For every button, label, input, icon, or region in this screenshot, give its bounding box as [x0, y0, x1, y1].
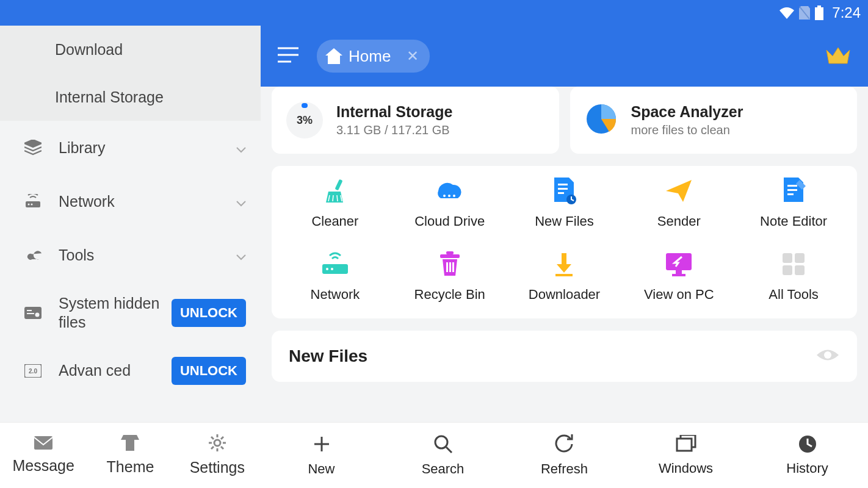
svg-rect-56: [783, 265, 792, 275]
svg-rect-55: [795, 253, 805, 263]
svg-rect-34: [558, 184, 568, 185]
tool-label: Network: [311, 287, 360, 303]
theme-icon: [121, 435, 139, 453]
tool-label: All Tools: [769, 287, 819, 303]
sidebar-item-download[interactable]: Download: [0, 26, 261, 73]
svg-rect-52: [676, 270, 682, 274]
svg-rect-2: [815, 7, 823, 20]
sender-icon: [665, 178, 693, 204]
svg-rect-48: [452, 262, 454, 272]
svg-rect-26: [335, 179, 342, 191]
windows-icon: [676, 435, 696, 456]
nav-label: Refresh: [541, 461, 588, 477]
card-title: Space Analyzer: [631, 103, 743, 121]
svg-point-42: [326, 268, 328, 270]
nav-new[interactable]: New: [261, 423, 382, 488]
svg-line-21: [211, 437, 214, 439]
plus-icon: [312, 434, 331, 456]
sidebar-bottom-message[interactable]: Message: [0, 423, 87, 488]
card-space-analyzer[interactable]: Space Analyzer more files to clean: [570, 87, 858, 154]
tool-label: Downloader: [529, 287, 600, 303]
network-icon: [21, 194, 45, 209]
svg-line-62: [446, 447, 452, 453]
nav-refresh[interactable]: Refresh: [504, 423, 625, 488]
sidebar-item-label: System hidden files: [59, 294, 172, 332]
eye-icon[interactable]: [816, 347, 840, 365]
premium-crown-icon[interactable]: [825, 45, 851, 67]
new-files-icon: [552, 178, 576, 204]
svg-rect-40: [787, 193, 794, 195]
section-new-files: New Files: [272, 331, 857, 382]
status-time: 7:24: [832, 4, 861, 21]
sidebar: Download Internal Storage Library Networ…: [0, 26, 261, 488]
unlock-button[interactable]: UNLOCK: [172, 299, 246, 327]
monitor-icon: [665, 251, 693, 277]
nav-label: New: [308, 461, 335, 477]
cloud-icon: [435, 178, 465, 204]
tool-note-editor[interactable]: Note Editor: [736, 178, 851, 229]
tab-home[interactable]: Home ✕: [317, 40, 430, 73]
tool-view-on-pc[interactable]: View on PC: [621, 251, 736, 303]
tool-cleaner[interactable]: Cleaner: [278, 178, 392, 229]
sidebar-item-tools[interactable]: Tools: [0, 228, 261, 282]
sidebar-bottom-label: Message: [12, 457, 74, 475]
svg-point-32: [448, 195, 450, 197]
download-icon: [553, 251, 575, 277]
svg-rect-1: [817, 5, 821, 7]
sidebar-item-network[interactable]: Network: [0, 174, 261, 228]
history-icon: [798, 435, 817, 456]
nav-search[interactable]: Search: [382, 423, 504, 488]
tool-new-files[interactable]: New Files: [507, 178, 622, 229]
svg-line-22: [221, 447, 223, 449]
card-subtitle: more files to clean: [631, 123, 743, 137]
nav-label: Search: [422, 461, 465, 477]
settings-icon: [209, 434, 226, 454]
wrench-icon: [21, 246, 45, 264]
sidebar-item-library[interactable]: Library: [0, 121, 261, 174]
card-internal-storage[interactable]: 3% Internal Storage 3.11 GB / 117.21 GB: [272, 87, 559, 154]
battery-icon: [815, 5, 823, 20]
advanced-icon: 2.0: [21, 364, 45, 378]
tool-cloud-drive[interactable]: Cloud Drive: [392, 178, 507, 229]
sidebar-item-internal-storage[interactable]: Internal Storage: [0, 73, 261, 121]
unlock-button[interactable]: UNLOCK: [172, 357, 246, 385]
svg-point-58: [824, 351, 831, 359]
tool-sender[interactable]: Sender: [621, 178, 736, 229]
sidebar-item-label: Internal Storage: [55, 88, 246, 106]
tool-network[interactable]: Network: [278, 251, 392, 303]
svg-rect-39: [787, 189, 797, 191]
sidebar-item-label: Download: [55, 41, 246, 59]
nav-windows[interactable]: Windows: [625, 423, 747, 488]
tool-label: Recycle Bin: [414, 287, 485, 303]
storage-usage-gauge: 3%: [286, 102, 323, 138]
nav-history[interactable]: History: [747, 423, 868, 488]
pie-chart-icon: [585, 102, 618, 138]
sidebar-bottom-settings[interactable]: Settings: [174, 423, 261, 488]
svg-rect-45: [440, 254, 460, 258]
tool-label: Sender: [657, 214, 701, 229]
tool-all-tools[interactable]: All Tools: [736, 251, 851, 303]
svg-rect-35: [558, 188, 568, 190]
tool-downloader[interactable]: Downloader: [507, 251, 622, 303]
sidebar-bottom-label: Theme: [107, 458, 154, 476]
sidebar-item-advanced[interactable]: 2.0 Advan ced UNLOCK: [0, 345, 261, 385]
header-bar: Home ✕: [261, 26, 868, 87]
svg-rect-64: [677, 439, 692, 451]
note-editor-icon: [781, 178, 806, 204]
router-icon: [320, 251, 350, 277]
sidebar-item-system-hidden-files[interactable]: System hidden files UNLOCK: [0, 282, 261, 345]
svg-point-16: [214, 440, 220, 446]
tool-label: Note Editor: [760, 214, 827, 229]
sidebar-bottom-theme[interactable]: Theme: [87, 423, 173, 488]
svg-point-61: [435, 436, 447, 448]
tab-close-icon[interactable]: ✕: [407, 48, 419, 65]
status-bar: 7:24: [0, 0, 868, 26]
sidebar-item-label: Tools: [59, 246, 236, 264]
svg-rect-10: [27, 310, 32, 311]
chevron-down-icon: [236, 246, 246, 264]
tool-recycle-bin[interactable]: Recycle Bin: [392, 251, 507, 303]
svg-rect-49: [562, 253, 566, 264]
svg-rect-15: [34, 436, 52, 450]
menu-icon[interactable]: [278, 47, 298, 65]
svg-point-31: [443, 195, 446, 197]
